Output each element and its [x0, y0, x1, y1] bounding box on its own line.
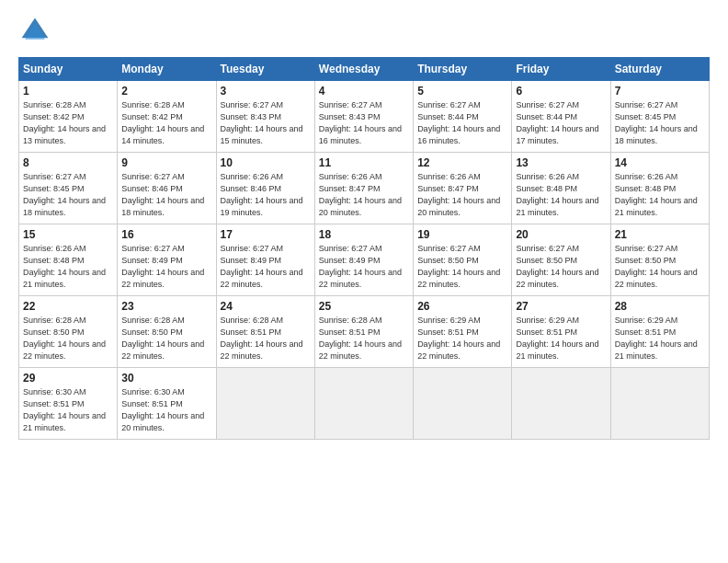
day-info: Sunrise: 6:27 AM Sunset: 8:50 PM Dayligh…: [615, 243, 705, 291]
day-cell: 6 Sunrise: 6:27 AM Sunset: 8:44 PM Dayli…: [512, 81, 610, 153]
day-cell: 28 Sunrise: 6:29 AM Sunset: 8:51 PM Dayl…: [610, 296, 709, 368]
day-info: Sunrise: 6:28 AM Sunset: 8:42 PM Dayligh…: [121, 99, 211, 147]
day-cell: 25 Sunrise: 6:28 AM Sunset: 8:51 PM Dayl…: [314, 296, 413, 368]
calendar-row: 1 Sunrise: 6:28 AM Sunset: 8:42 PM Dayli…: [19, 81, 710, 153]
empty-cell: [512, 368, 610, 440]
day-info: Sunrise: 6:28 AM Sunset: 8:50 PM Dayligh…: [23, 315, 113, 362]
day-cell: 19 Sunrise: 6:27 AM Sunset: 8:50 PM Dayl…: [414, 224, 512, 296]
day-number: 16: [121, 228, 211, 241]
header-monday: Monday: [118, 58, 216, 81]
day-info: Sunrise: 6:29 AM Sunset: 8:51 PM Dayligh…: [417, 315, 507, 362]
day-info: Sunrise: 6:27 AM Sunset: 8:43 PM Dayligh…: [221, 99, 311, 147]
day-cell: 10 Sunrise: 6:26 AM Sunset: 8:46 PM Dayl…: [216, 153, 314, 224]
day-number: 14: [615, 156, 705, 169]
empty-cell: [610, 368, 709, 440]
day-info: Sunrise: 6:27 AM Sunset: 8:49 PM Dayligh…: [121, 243, 211, 291]
day-number: 25: [319, 300, 409, 313]
header-friday: Friday: [512, 58, 610, 81]
day-info: Sunrise: 6:26 AM Sunset: 8:47 PM Dayligh…: [319, 171, 409, 219]
day-number: 4: [319, 85, 409, 98]
day-number: 17: [221, 228, 311, 241]
calendar-page: Sunday Monday Tuesday Wednesday Thursday…: [0, 0, 728, 563]
day-info: Sunrise: 6:27 AM Sunset: 8:44 PM Dayligh…: [516, 99, 606, 147]
calendar-row: 8 Sunrise: 6:27 AM Sunset: 8:45 PM Dayli…: [19, 153, 710, 224]
day-info: Sunrise: 6:26 AM Sunset: 8:48 PM Dayligh…: [23, 243, 113, 291]
day-cell: 7 Sunrise: 6:27 AM Sunset: 8:45 PM Dayli…: [610, 81, 709, 153]
day-number: 26: [417, 300, 507, 313]
day-cell: 21 Sunrise: 6:27 AM Sunset: 8:50 PM Dayl…: [610, 224, 709, 296]
logo: [18, 15, 55, 48]
day-number: 11: [319, 156, 409, 169]
day-number: 23: [121, 300, 211, 313]
day-info: Sunrise: 6:26 AM Sunset: 8:46 PM Dayligh…: [221, 171, 311, 219]
day-number: 2: [121, 85, 211, 98]
day-cell: 16 Sunrise: 6:27 AM Sunset: 8:49 PM Dayl…: [118, 224, 216, 296]
day-cell: 22 Sunrise: 6:28 AM Sunset: 8:50 PM Dayl…: [19, 296, 118, 368]
day-cell: 20 Sunrise: 6:27 AM Sunset: 8:50 PM Dayl…: [512, 224, 610, 296]
day-cell: 13 Sunrise: 6:26 AM Sunset: 8:48 PM Dayl…: [512, 153, 610, 224]
day-number: 9: [121, 156, 211, 169]
day-number: 8: [23, 156, 113, 169]
day-number: 24: [221, 300, 311, 313]
day-info: Sunrise: 6:30 AM Sunset: 8:51 PM Dayligh…: [23, 386, 113, 434]
day-cell: 15 Sunrise: 6:26 AM Sunset: 8:48 PM Dayl…: [19, 224, 118, 296]
weekday-header-row: Sunday Monday Tuesday Wednesday Thursday…: [19, 58, 710, 81]
day-cell: 3 Sunrise: 6:27 AM Sunset: 8:43 PM Dayli…: [216, 81, 314, 153]
day-cell: 1 Sunrise: 6:28 AM Sunset: 8:42 PM Dayli…: [19, 81, 118, 153]
calendar-table: Sunday Monday Tuesday Wednesday Thursday…: [18, 57, 710, 440]
day-cell: 11 Sunrise: 6:26 AM Sunset: 8:47 PM Dayl…: [314, 153, 413, 224]
day-info: Sunrise: 6:29 AM Sunset: 8:51 PM Dayligh…: [516, 315, 606, 362]
empty-cell: [414, 368, 512, 440]
logo-icon: [18, 15, 51, 48]
day-number: 15: [23, 228, 113, 241]
day-number: 29: [23, 372, 113, 385]
day-number: 18: [319, 228, 409, 241]
day-cell: 23 Sunrise: 6:28 AM Sunset: 8:50 PM Dayl…: [118, 296, 216, 368]
day-number: 7: [615, 85, 705, 98]
day-cell: 5 Sunrise: 6:27 AM Sunset: 8:44 PM Dayli…: [414, 81, 512, 153]
day-number: 6: [516, 85, 606, 98]
day-cell: 12 Sunrise: 6:26 AM Sunset: 8:47 PM Dayl…: [414, 153, 512, 224]
day-cell: 18 Sunrise: 6:27 AM Sunset: 8:49 PM Dayl…: [314, 224, 413, 296]
day-number: 27: [516, 300, 606, 313]
day-number: 22: [23, 300, 113, 313]
day-number: 28: [615, 300, 705, 313]
day-number: 19: [417, 228, 507, 241]
day-info: Sunrise: 6:27 AM Sunset: 8:49 PM Dayligh…: [221, 243, 311, 291]
day-info: Sunrise: 6:27 AM Sunset: 8:50 PM Dayligh…: [516, 243, 606, 291]
header-tuesday: Tuesday: [216, 58, 314, 81]
day-number: 12: [417, 156, 507, 169]
day-info: Sunrise: 6:28 AM Sunset: 8:42 PM Dayligh…: [23, 99, 113, 147]
day-number: 20: [516, 228, 606, 241]
day-number: 10: [221, 156, 311, 169]
header-thursday: Thursday: [414, 58, 512, 81]
day-info: Sunrise: 6:27 AM Sunset: 8:43 PM Dayligh…: [319, 99, 409, 147]
header-wednesday: Wednesday: [314, 58, 413, 81]
empty-cell: [314, 368, 413, 440]
calendar-row: 22 Sunrise: 6:28 AM Sunset: 8:50 PM Dayl…: [19, 296, 710, 368]
day-info: Sunrise: 6:28 AM Sunset: 8:51 PM Dayligh…: [221, 315, 311, 362]
day-info: Sunrise: 6:27 AM Sunset: 8:44 PM Dayligh…: [417, 99, 507, 147]
calendar-row: 29 Sunrise: 6:30 AM Sunset: 8:51 PM Dayl…: [19, 368, 710, 440]
empty-cell: [216, 368, 314, 440]
day-info: Sunrise: 6:27 AM Sunset: 8:45 PM Dayligh…: [615, 99, 705, 147]
day-number: 3: [221, 85, 311, 98]
day-info: Sunrise: 6:26 AM Sunset: 8:48 PM Dayligh…: [615, 171, 705, 219]
header-sunday: Sunday: [19, 58, 118, 81]
day-cell: 2 Sunrise: 6:28 AM Sunset: 8:42 PM Dayli…: [118, 81, 216, 153]
day-cell: 8 Sunrise: 6:27 AM Sunset: 8:45 PM Dayli…: [19, 153, 118, 224]
header-saturday: Saturday: [610, 58, 709, 81]
day-info: Sunrise: 6:27 AM Sunset: 8:50 PM Dayligh…: [417, 243, 507, 291]
day-cell: 29 Sunrise: 6:30 AM Sunset: 8:51 PM Dayl…: [19, 368, 118, 440]
day-cell: 27 Sunrise: 6:29 AM Sunset: 8:51 PM Dayl…: [512, 296, 610, 368]
day-info: Sunrise: 6:27 AM Sunset: 8:46 PM Dayligh…: [121, 171, 211, 219]
day-info: Sunrise: 6:28 AM Sunset: 8:50 PM Dayligh…: [121, 315, 211, 362]
day-cell: 17 Sunrise: 6:27 AM Sunset: 8:49 PM Dayl…: [216, 224, 314, 296]
day-number: 5: [417, 85, 507, 98]
day-cell: 14 Sunrise: 6:26 AM Sunset: 8:48 PM Dayl…: [610, 153, 709, 224]
day-cell: 9 Sunrise: 6:27 AM Sunset: 8:46 PM Dayli…: [118, 153, 216, 224]
day-number: 30: [121, 372, 211, 385]
day-info: Sunrise: 6:29 AM Sunset: 8:51 PM Dayligh…: [615, 315, 705, 362]
day-info: Sunrise: 6:30 AM Sunset: 8:51 PM Dayligh…: [121, 386, 211, 434]
day-number: 21: [615, 228, 705, 241]
